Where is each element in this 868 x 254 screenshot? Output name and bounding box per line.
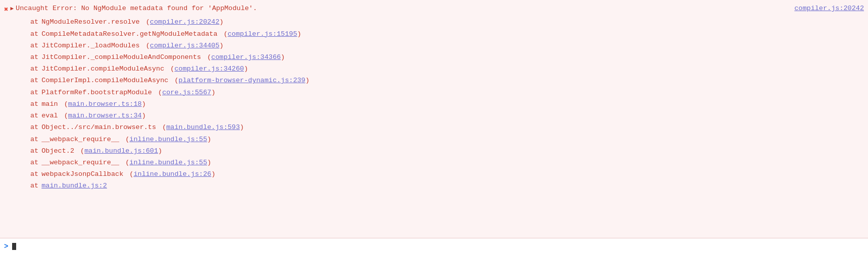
stack-frame-8: at eval ( main.browser.ts:34 ): [30, 110, 864, 121]
error-file-link-right[interactable]: compiler.js:20242: [784, 3, 864, 14]
stack-frame-5: at CompilerImpl.compileModuleAsync ( pla…: [30, 75, 864, 86]
stack-frame-10: at __webpack_require__ ( inline.bundle.j…: [30, 134, 864, 145]
stack-frame-13: at webpackJsonpCallback ( inline.bundle.…: [30, 168, 864, 180]
error-message: Uncaught Error: No NgModule metadata fou…: [16, 3, 784, 14]
stack-frame-0: at NgModuleResolver.resolve ( compiler.j…: [30, 16, 864, 28]
stack-frame-7: at main ( main.browser.ts:18 ): [30, 98, 864, 110]
console-container: ✖ ▶ Uncaught Error: No NgModule metadata…: [0, 0, 868, 254]
console-prompt-icon: >: [4, 242, 8, 250]
error-icon: ✖: [4, 4, 8, 15]
stack-frame-6: at PlatformRef.bootstrapModule ( core.js…: [30, 87, 864, 98]
stack-frame-11: at Object.2 ( main.bundle.js:601 ): [30, 145, 864, 157]
stack-frame-14: at main.bundle.js:2: [30, 180, 864, 192]
error-main-line: ✖ ▶ Uncaught Error: No NgModule metadata…: [4, 3, 864, 15]
stack-frame-12: at __webpack_require__ ( inline.bundle.j…: [30, 157, 864, 168]
error-section: ✖ ▶ Uncaught Error: No NgModule metadata…: [0, 0, 868, 238]
stack-frame-9: at Object../src/main.browser.ts ( main.b…: [30, 121, 864, 133]
expand-arrow-icon[interactable]: ▶: [10, 5, 14, 14]
stack-trace: at NgModuleResolver.resolve ( compiler.j…: [4, 16, 864, 192]
stack-frame-4: at JitCompiler.compileModuleAsync ( comp…: [30, 63, 864, 75]
console-input-line[interactable]: >: [0, 238, 868, 254]
stack-frame-3: at JitCompiler._compileModuleAndComponen…: [30, 51, 864, 63]
stack-frame-2: at JitCompiler._loadModules ( compiler.j…: [30, 40, 864, 51]
stack-frame-1: at CompileMetadataResolver.getNgModuleMe…: [30, 28, 864, 40]
console-cursor: [12, 243, 16, 250]
